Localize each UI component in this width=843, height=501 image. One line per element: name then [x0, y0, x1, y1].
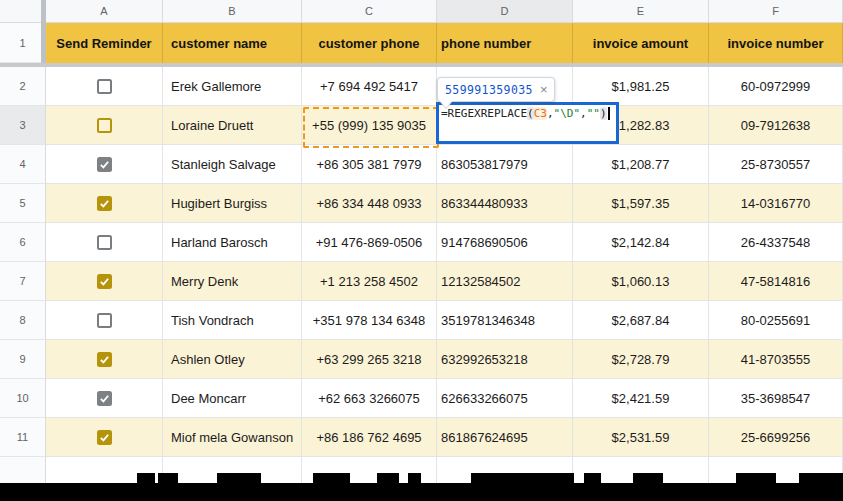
cell-customer-name[interactable]: Hugibert Burgiss [163, 184, 302, 223]
cell-invoice-number[interactable]: 09-7912638 [709, 106, 843, 145]
cell-invoice-number[interactable]: 26-4337548 [709, 223, 843, 262]
frozen-corner-divider[interactable] [41, 0, 46, 63]
cell-send-reminder[interactable] [46, 340, 163, 379]
cell-customer-name[interactable]: Ashlen Otley [163, 340, 302, 379]
checkbox-unchecked[interactable] [97, 118, 112, 133]
row-header-10[interactable]: 10 [0, 379, 46, 418]
cell-invoice-number[interactable]: 14-0316770 [709, 184, 843, 223]
cell-send-reminder[interactable] [46, 223, 163, 262]
checkbox-checked[interactable] [97, 391, 112, 406]
frozen-row-divider[interactable] [0, 63, 843, 67]
checkbox-checked[interactable] [97, 157, 112, 172]
row-header-4[interactable]: 4 [0, 145, 46, 184]
header-customer-name[interactable]: customer name [163, 23, 302, 63]
checkbox-checked[interactable] [97, 352, 112, 367]
header-send-reminder[interactable]: Send Reminder [46, 23, 163, 63]
checkbox-unchecked[interactable] [97, 313, 112, 328]
cell-customer-name[interactable]: Erek Gallemore [163, 67, 302, 106]
cell-customer-phone[interactable]: +86 334 448 0933 [302, 184, 437, 223]
cell-customer-name[interactable]: Dee Moncarr [163, 379, 302, 418]
cell-customer-phone[interactable]: +86 305 381 7979 [302, 145, 437, 184]
cell-customer-phone[interactable]: +7 694 492 5417 [302, 67, 437, 106]
cell-customer-name[interactable]: Tish Vondrach [163, 301, 302, 340]
cell-send-reminder[interactable] [46, 67, 163, 106]
cell-invoice-amount[interactable]: $2,142.84 [573, 223, 709, 262]
header-invoice-number[interactable]: invoice number [709, 23, 843, 63]
redaction-bar [0, 483, 843, 501]
cell-customer-phone[interactable]: +1 213 258 4502 [302, 262, 437, 301]
column-header-c[interactable]: C [302, 0, 437, 23]
cell-customer-phone[interactable]: +63 299 265 3218 [302, 340, 437, 379]
cell-send-reminder[interactable] [46, 262, 163, 301]
cell-send-reminder[interactable] [46, 145, 163, 184]
checkbox-checked[interactable] [97, 274, 112, 289]
formula-token: "" [587, 107, 600, 120]
column-header-f[interactable]: F [709, 0, 843, 23]
select-all-corner[interactable] [0, 0, 46, 23]
cell-phone-number[interactable]: 861867624695 [437, 418, 573, 457]
cell-invoice-amount[interactable]: $2,728.79 [573, 340, 709, 379]
cell-customer-phone[interactable]: +86 186 762 4695 [302, 418, 437, 457]
cell-invoice-number[interactable]: 60-0972999 [709, 67, 843, 106]
column-header-a[interactable]: A [46, 0, 163, 23]
cell-phone-number[interactable]: 863053817979 [437, 145, 573, 184]
cell-invoice-number[interactable]: 41-8703555 [709, 340, 843, 379]
cell-customer-name[interactable]: Merry Denk [163, 262, 302, 301]
cell-send-reminder[interactable] [46, 106, 163, 145]
redaction-bar [736, 473, 776, 485]
close-icon[interactable]: × [540, 83, 548, 96]
cell-customer-phone[interactable]: +62 663 3266075 [302, 379, 437, 418]
cell-invoice-amount[interactable]: $1,208.77 [573, 145, 709, 184]
cell-customer-phone[interactable]: +351 978 134 6348 [302, 301, 437, 340]
row-header-9[interactable]: 9 [0, 340, 46, 379]
header-customer-phone[interactable]: customer phone [302, 23, 437, 63]
row-header-11[interactable]: 11 [0, 418, 46, 457]
cell-invoice-amount[interactable]: $1,597.35 [573, 184, 709, 223]
cell-invoice-number[interactable]: 80-0255691 [709, 301, 843, 340]
cell-customer-phone[interactable]: +91 476-869-0506 [302, 223, 437, 262]
cell-phone-number[interactable]: 12132584502 [437, 262, 573, 301]
header-phone-number[interactable]: phone number [437, 23, 573, 63]
row-header-2[interactable]: 2 [0, 67, 46, 106]
row-header-3[interactable]: 3 [0, 106, 46, 145]
cell-invoice-amount[interactable]: $2,421.59 [573, 379, 709, 418]
cell-invoice-number[interactable]: 35-3698547 [709, 379, 843, 418]
checkbox-checked[interactable] [97, 196, 112, 211]
cell-invoice-number[interactable]: 25-8730557 [709, 145, 843, 184]
cell-invoice-amount[interactable]: $2,687.84 [573, 301, 709, 340]
checkbox-checked[interactable] [97, 430, 112, 445]
column-header-e[interactable]: E [573, 0, 709, 23]
cell-phone-number[interactable]: 3519781346348 [437, 301, 573, 340]
cell-customer-name[interactable]: Miof mela Gowanson [163, 418, 302, 457]
checkbox-unchecked[interactable] [97, 235, 112, 250]
check-icon [99, 198, 110, 209]
cell-send-reminder[interactable] [46, 418, 163, 457]
redaction-bar [158, 473, 178, 485]
row-header-8[interactable]: 8 [0, 301, 46, 340]
cell-send-reminder[interactable] [46, 184, 163, 223]
cell-invoice-amount[interactable]: $1,060.13 [573, 262, 709, 301]
cell-invoice-number[interactable]: 25-6699256 [709, 418, 843, 457]
row-header-1[interactable]: 1 [0, 23, 46, 63]
cell-invoice-number[interactable]: 47-5814816 [709, 262, 843, 301]
row-header-5[interactable]: 5 [0, 184, 46, 223]
row-header-6[interactable]: 6 [0, 223, 46, 262]
header-invoice-amount[interactable]: invoice amount [573, 23, 709, 63]
cell-phone-number[interactable]: 626633266075 [437, 379, 573, 418]
cell-send-reminder[interactable] [46, 379, 163, 418]
column-header-d[interactable]: D [437, 0, 573, 23]
cell-phone-number[interactable]: 632992653218 [437, 340, 573, 379]
redaction-bar [217, 473, 261, 485]
formula-editor[interactable]: =REGEXREPLACE(C3,"\D","") [436, 102, 619, 144]
cell-invoice-amount[interactable]: $2,531.59 [573, 418, 709, 457]
cell-phone-number[interactable]: 914768690506 [437, 223, 573, 262]
column-header-b[interactable]: B [163, 0, 302, 23]
cell-customer-name[interactable]: Loraine Druett [163, 106, 302, 145]
cell-invoice-amount[interactable]: $1,981.25 [573, 67, 709, 106]
cell-customer-name[interactable]: Harland Barosch [163, 223, 302, 262]
row-header-7[interactable]: 7 [0, 262, 46, 301]
cell-customer-name[interactable]: Stanleigh Salvage [163, 145, 302, 184]
checkbox-unchecked[interactable] [97, 79, 112, 94]
cell-phone-number[interactable]: 863344480933 [437, 184, 573, 223]
cell-send-reminder[interactable] [46, 301, 163, 340]
